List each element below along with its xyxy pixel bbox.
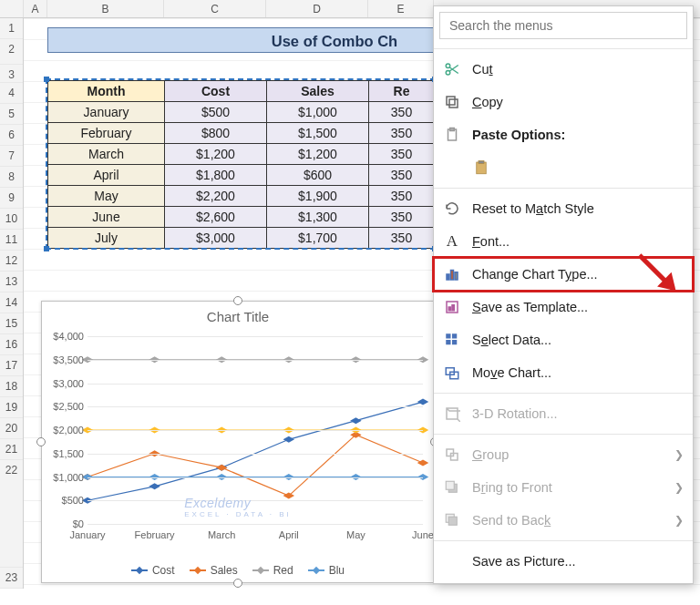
y-tick: $3,500 xyxy=(46,354,84,365)
row-9[interactable]: 9 xyxy=(0,188,23,209)
row-23[interactable]: 23 xyxy=(0,568,23,589)
table-row: June$2,600$1,300350 xyxy=(48,207,435,228)
context-menu: Cut Copy Paste Options: Reset to Match S… xyxy=(433,5,694,584)
y-tick: $0 xyxy=(46,518,84,529)
data-table: Month Cost Sales Re January$500$1,000350… xyxy=(47,80,435,249)
col-B[interactable]: B xyxy=(47,0,164,17)
menu-group-label: Group xyxy=(472,447,509,462)
menu-move-chart[interactable]: Move Chart... xyxy=(434,356,693,389)
menu-bring-front: Bring to Front ❯ xyxy=(434,471,693,504)
x-tick: April xyxy=(279,529,299,540)
header-rev[interactable]: Re xyxy=(369,81,435,102)
menu-save-template[interactable]: Save as Template... xyxy=(434,291,693,323)
x-tick: February xyxy=(135,529,175,540)
row-18[interactable]: 18 xyxy=(0,376,23,397)
row-10[interactable]: 10 xyxy=(0,209,23,230)
svg-rect-44 xyxy=(446,333,450,338)
row-17[interactable]: 17 xyxy=(0,355,23,376)
row-14[interactable]: 14 xyxy=(0,292,23,313)
scissors-icon xyxy=(443,60,461,78)
row-headers: 1 2 3 4 5 6 7 8 9 10 11 12 13 14 15 16 1… xyxy=(0,18,24,589)
row-5[interactable]: 5 xyxy=(0,104,23,125)
row-16[interactable]: 16 xyxy=(0,334,23,355)
row-1[interactable]: 1 xyxy=(0,18,23,39)
menu-change-chart-type[interactable]: Change Chart Type... xyxy=(434,258,693,291)
svg-rect-45 xyxy=(452,333,457,338)
header-month[interactable]: Month xyxy=(48,81,165,102)
resize-handle[interactable] xyxy=(36,437,46,446)
row-19[interactable]: 19 xyxy=(0,397,23,418)
resize-handle[interactable] xyxy=(233,579,242,588)
menu-save-picture[interactable]: Save as Picture... xyxy=(434,545,693,578)
chart-object[interactable]: Chart Title $0$500$1,000$1,500$2,000$2,5… xyxy=(41,301,435,583)
bring-front-icon xyxy=(443,478,461,497)
svg-rect-4 xyxy=(350,417,361,424)
x-tick: March xyxy=(208,529,236,540)
row-21[interactable]: 21 xyxy=(0,439,23,460)
group-icon xyxy=(443,446,461,464)
col-E[interactable]: E xyxy=(368,0,434,17)
paste-icon xyxy=(472,159,490,177)
y-tick: $1,500 xyxy=(46,448,84,459)
row-22[interactable]: 22 xyxy=(0,460,23,568)
row-12[interactable]: 12 xyxy=(0,251,23,272)
x-tick: June xyxy=(412,529,434,540)
header-sales[interactable]: Sales xyxy=(267,81,369,102)
menu-send-back-label: Send to Back xyxy=(472,513,551,528)
col-C[interactable]: C xyxy=(164,0,266,17)
row-7[interactable]: 7 xyxy=(0,146,23,167)
y-tick: $3,000 xyxy=(46,378,84,389)
row-20[interactable]: 20 xyxy=(0,418,23,439)
row-2[interactable]: 2 xyxy=(0,39,23,65)
menu-change-chart-type-label: Change Chart Type... xyxy=(472,267,598,282)
header-cost[interactable]: Cost xyxy=(165,81,267,102)
col-D[interactable]: D xyxy=(266,0,368,17)
y-tick: $2,500 xyxy=(46,401,84,412)
chart-plot-area[interactable]: $0$500$1,000$1,500$2,000$2,500$3,000$3,5… xyxy=(88,336,423,524)
svg-rect-5 xyxy=(417,399,428,405)
menu-save-template-label: Save as Template... xyxy=(472,300,588,314)
menu-reset-style-label: Reset to Match Style xyxy=(472,201,594,216)
row-8[interactable]: 8 xyxy=(0,167,23,188)
menu-search-input[interactable] xyxy=(439,12,687,39)
menu-copy[interactable]: Copy xyxy=(434,86,693,118)
svg-rect-39 xyxy=(451,271,454,281)
menu-select-data[interactable]: Select Data... xyxy=(434,323,693,356)
row-11[interactable]: 11 xyxy=(0,230,23,251)
svg-rect-1 xyxy=(149,483,160,489)
menu-select-data-label: Select Data... xyxy=(472,333,551,347)
row-3[interactable]: 3 xyxy=(0,65,23,83)
svg-rect-47 xyxy=(452,340,457,344)
svg-rect-55 xyxy=(448,517,457,525)
row-4[interactable]: 4 xyxy=(0,83,23,104)
menu-reset-style[interactable]: Reset to Match Style xyxy=(434,192,693,225)
menu-bring-front-label: Bring to Front xyxy=(472,480,552,495)
menu-paste-default[interactable] xyxy=(434,151,693,184)
svg-rect-53 xyxy=(446,481,454,489)
chevron-right-icon: ❯ xyxy=(674,448,684,461)
svg-rect-38 xyxy=(447,274,449,280)
menu-move-chart-label: Move Chart... xyxy=(472,365,551,380)
table-row: April$1,800$600350 xyxy=(48,165,435,186)
clipboard-icon xyxy=(443,126,461,144)
move-chart-icon xyxy=(443,364,461,382)
menu-font[interactable]: A Font... xyxy=(434,225,693,258)
row-6[interactable]: 6 xyxy=(0,125,23,146)
template-icon xyxy=(443,298,461,316)
resize-handle[interactable] xyxy=(233,296,242,305)
svg-rect-36 xyxy=(477,162,487,174)
table-row: July$3,000$1,700350 xyxy=(48,228,435,249)
svg-rect-33 xyxy=(447,97,455,105)
row-15[interactable]: 15 xyxy=(0,313,23,334)
menu-cut[interactable]: Cut xyxy=(434,53,693,86)
copy-icon xyxy=(443,93,461,111)
y-tick: $500 xyxy=(46,495,84,506)
y-tick: $2,000 xyxy=(46,425,84,436)
chart-legend[interactable]: Cost Sales Red Blu xyxy=(42,564,434,577)
menu-paste-options: Paste Options: xyxy=(434,118,693,151)
chart-title[interactable]: Chart Title xyxy=(42,302,434,329)
menu-group: Group ❯ xyxy=(434,438,693,471)
row-13[interactable]: 13 xyxy=(0,272,23,292)
col-A[interactable]: A xyxy=(24,0,47,17)
table-row: March$1,200$1,200350 xyxy=(48,144,435,165)
